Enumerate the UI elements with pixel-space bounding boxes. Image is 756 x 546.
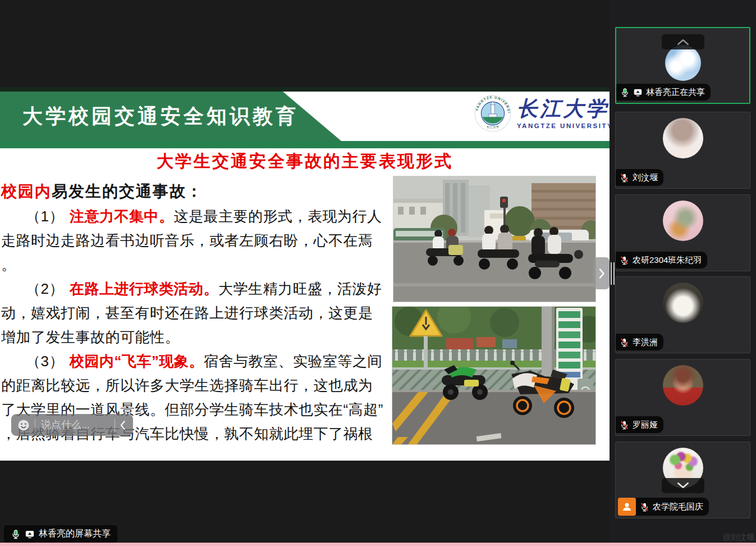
participant-name: 林香亮正在共享 xyxy=(646,87,705,98)
avatar xyxy=(665,45,701,81)
chevron-left-icon[interactable] xyxy=(120,420,127,431)
paragraph-3: （3）校园内“飞车”现象。宿舍与教室、实验室等之间的距离比较远，所以许多大学生选… xyxy=(1,349,387,461)
presentation-slide: 大学校园交通安全知识教育 YANGTZE UNIVERSITY xyxy=(0,87,610,461)
slide-banner-title: 大学校园交通安全知识教育 xyxy=(22,103,299,130)
participant-name-label: 李洪洲 xyxy=(616,334,663,351)
divider xyxy=(114,419,115,431)
paragraph-2: （2）在路上进行球类活动。大学生精力旺盛，活泼好动，嬉戏打闹，甚至有时还在路上进… xyxy=(1,277,387,349)
avatar xyxy=(663,365,703,406)
mic-on-icon xyxy=(11,529,21,539)
person-icon xyxy=(621,501,633,512)
screen-share-icon xyxy=(25,529,35,539)
participant-tile[interactable]: 农研2304班朱纪羽 xyxy=(615,194,750,271)
slide-banner: 大学校园交通安全知识教育 xyxy=(0,92,359,141)
seal-bottom-text: 长江大学 xyxy=(487,125,500,129)
mic-muted-icon xyxy=(620,420,629,430)
screen-share-status: 林香亮的屏幕共享 xyxy=(4,525,117,543)
participant-name-label: 林香亮正在共享 xyxy=(616,84,711,101)
chat-input[interactable] xyxy=(40,418,110,431)
participant-tile[interactable]: 李洪洲 xyxy=(615,276,750,353)
chevron-right-icon xyxy=(598,268,605,279)
participant-name: 罗丽娅 xyxy=(633,420,658,430)
participant-name-label: 罗丽娅 xyxy=(616,416,663,433)
emoji-icon[interactable] xyxy=(17,418,30,432)
slide-top-strip xyxy=(0,87,610,92)
university-logo: YANGTZE UNIVERSITY 长江大学 长江大学 YANGTZE UNI… xyxy=(474,95,610,132)
participant-tile[interactable]: 罗丽娅 xyxy=(615,359,750,436)
scroll-up-button[interactable] xyxy=(662,34,704,49)
sidebar-resize-handle[interactable] xyxy=(611,262,616,285)
mic-muted-icon xyxy=(620,256,629,265)
host-badge-icon xyxy=(618,498,636,516)
participant-name-label: 刘汶堰 xyxy=(616,169,663,186)
participant-name: 刘汶堰 xyxy=(633,172,658,183)
paragraph-3-highlight: 校园内“飞车”现象。 xyxy=(70,353,204,370)
paragraph-3-number: （3） xyxy=(26,353,64,370)
participant-tile-host[interactable]: 农学院毛国庆 xyxy=(615,442,750,518)
paragraph-1: （1）注意力不集中。这是最主要的形式，表现为行人走路时边走路边看书边听音乐，或者… xyxy=(1,204,387,277)
screen-share-status-text: 林香亮的屏幕共享 xyxy=(39,528,111,540)
mic-muted-icon xyxy=(620,338,629,347)
participant-name: 农学院毛国庆 xyxy=(653,502,703,512)
shared-screen-area: 大学校园交通安全知识教育 YANGTZE UNIVERSITY xyxy=(0,0,610,546)
bottom-accent-bar xyxy=(0,543,756,546)
participant-name-label: 农研2304班朱纪羽 xyxy=(616,252,707,269)
avatar xyxy=(663,201,703,241)
avatar xyxy=(663,283,703,323)
slide-subtitle: 大学生交通安全事故的主要表现形式 xyxy=(0,150,610,173)
watermark: @刘汶堰 xyxy=(723,533,754,543)
university-seal-icon: YANGTZE UNIVERSITY 长江大学 xyxy=(474,95,511,132)
header-underline xyxy=(0,141,610,148)
expand-panel-button[interactable] xyxy=(593,257,610,289)
university-name-cn: 长江大学 xyxy=(517,98,610,119)
chat-quick-input[interactable] xyxy=(11,414,133,436)
university-name: 长江大学 YANGTZE UNIVERSITY xyxy=(517,98,610,129)
mic-muted-icon xyxy=(640,502,649,512)
avatar xyxy=(663,118,703,158)
participant-label-row: 农学院毛国庆 xyxy=(618,498,709,516)
participants-sidebar: 林香亮正在共享 刘汶堰 农研2304班朱纪羽 李洪洲 xyxy=(610,0,756,546)
participant-name-label: 农学院毛国庆 xyxy=(636,498,709,516)
participant-name: 农研2304班朱纪羽 xyxy=(633,255,702,266)
screen-share-icon xyxy=(633,88,643,97)
mic-muted-icon xyxy=(620,173,629,183)
participant-name: 李洪洲 xyxy=(633,337,658,348)
chevron-up-icon xyxy=(676,38,690,46)
meeting-window: 大学校园交通安全知识教育 YANGTZE UNIVERSITY xyxy=(0,0,756,546)
slide-heading: 校园内易发生的交通事故： xyxy=(1,178,387,204)
paragraph-1-number: （1） xyxy=(26,208,64,225)
photo-intersection-scooters xyxy=(393,176,596,302)
mic-on-icon xyxy=(620,88,630,97)
photo-parked-motorcycles xyxy=(392,306,596,445)
heading-red-part: 校园内 xyxy=(1,183,52,200)
participant-tile[interactable]: 刘汶堰 xyxy=(615,112,750,189)
divider xyxy=(35,419,35,431)
paragraph-1-highlight: 注意力不集中。 xyxy=(70,208,174,225)
chevron-down-icon xyxy=(676,482,690,489)
participant-tile-sharing[interactable]: 林香亮正在共享 xyxy=(615,27,750,104)
heading-black-part: 易发生的交通事故： xyxy=(52,183,203,200)
scroll-down-button[interactable] xyxy=(662,478,704,493)
paragraph-2-highlight: 在路上进行球类活动。 xyxy=(70,280,218,297)
paragraph-2-number: （2） xyxy=(26,280,64,297)
university-name-en: YANGTZE UNIVERSITY xyxy=(517,122,610,129)
